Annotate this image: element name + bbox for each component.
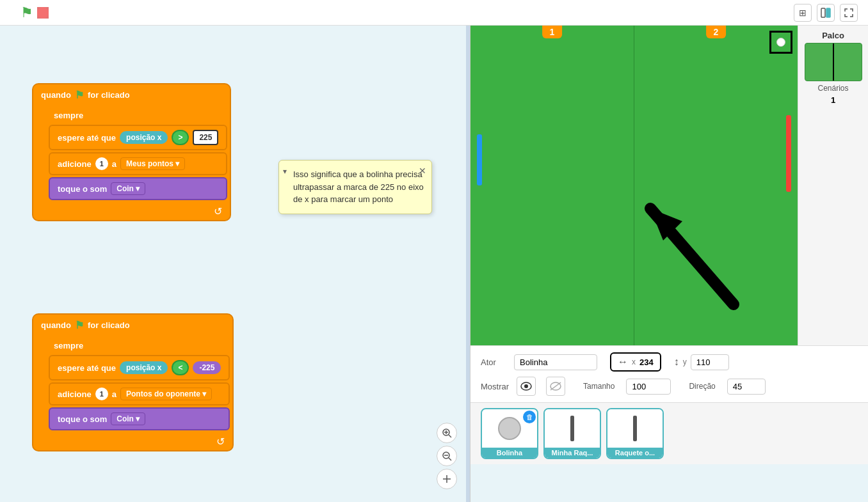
loop-arrow-1: ↺ [214, 205, 222, 217]
flag-clicked-label-1: for clicado [88, 90, 130, 100]
y-arrows-icon: ↕ [674, 356, 679, 368]
stage-right-panel: Palco Cenários 1 [798, 26, 868, 345]
loop-footer-1: ↺ [32, 203, 231, 221]
sprite-name-raquete2: Raquete o... [607, 448, 663, 458]
stage-panel-2: 2 [634, 26, 798, 345]
dropdown-arrow-1: ▾ [175, 159, 179, 168]
blue-paddle [477, 134, 482, 185]
zoom-reset-btn[interactable] [437, 469, 457, 489]
tooltip-close-btn[interactable]: ✕ [419, 164, 426, 178]
zoom-in-btn[interactable] [437, 423, 457, 443]
when-label-2: quando [41, 320, 71, 330]
svg-line-7 [449, 458, 451, 460]
add-block-1[interactable]: adicione 1 a Meus pontos ▾ [49, 152, 227, 175]
tooltip-arrow-icon: ▾ [283, 166, 287, 177]
sprite-thumb-raquete1 [545, 409, 600, 448]
add-block-2[interactable]: adicione 1 a Pontos do oponente ▾ [49, 382, 230, 405]
stage-right-title: Palco [822, 31, 844, 40]
pos-x-pill-2[interactable]: posição x [120, 361, 168, 374]
size-input[interactable] [626, 379, 671, 395]
sprite-info: Ator ↔ x 234 ↕ y Mostrar [470, 345, 868, 402]
scenarios-label: Cenários [817, 84, 848, 93]
dropdown-arrow-2: ▾ [202, 389, 206, 398]
wait-label-1: espere até que [58, 133, 116, 143]
svg-rect-1 [826, 8, 830, 17]
stage-mini[interactable] [805, 43, 862, 81]
sound-dropdown-2[interactable]: Coin ▾ [111, 412, 145, 425]
ball-box [769, 31, 792, 54]
value-block-1[interactable]: 225 [193, 130, 218, 145]
var-dropdown-2[interactable]: Pontos do oponente ▾ [120, 388, 212, 400]
svg-rect-0 [821, 8, 825, 17]
sound-arrow-2: ▾ [136, 414, 140, 423]
direction-input[interactable] [727, 379, 766, 395]
value-block-2[interactable]: -225 [193, 361, 221, 374]
play-sound-block-1[interactable]: toque o som Coin ▾ [49, 177, 227, 200]
stage-panel-1: 1 [470, 26, 634, 345]
sprite-item-raquete2[interactable]: Raquete o... [606, 408, 664, 459]
pos-x-pill-1[interactable]: posição x [120, 131, 168, 144]
operator-block-2[interactable]: < [172, 360, 189, 375]
sprite-delete-btn[interactable]: 🗑 [523, 411, 536, 423]
split-icon-btn[interactable] [817, 4, 835, 22]
tooltip-bubble: ✕ ▾ Isso significa que a bolinha precisa… [278, 160, 432, 214]
expand-icon-btn[interactable] [840, 4, 858, 22]
stop-btn[interactable] [37, 7, 49, 19]
arrow-svg [634, 189, 759, 320]
tooltip-text: Isso significa que a bolinha precisa ult… [293, 168, 424, 206]
wait-until-block-2[interactable]: espere até que posição x < -225 [49, 355, 230, 380]
loop-block-1[interactable]: sempre espere até que posição x > 225 ad… [32, 106, 231, 203]
ball-in-box [776, 38, 785, 47]
when-flag-block-2[interactable]: quando ⚑ for clicado [32, 313, 234, 336]
actor-name-input[interactable] [514, 354, 597, 370]
sound-dropdown-1[interactable]: Coin ▾ [111, 182, 145, 195]
main-area: quando ⚑ for clicado sempre espere até q… [0, 26, 868, 502]
y-coord-label: y [683, 357, 687, 366]
sprite-name-bolinha: Bolinha [482, 448, 537, 458]
scenarios-count: 1 [831, 95, 835, 105]
x-coord-value: 234 [639, 357, 654, 367]
stage-number-2: 2 [706, 26, 727, 38]
size-label: Tamanho [583, 382, 615, 391]
sprite-row-2: Mostrar Tamanho Direção [481, 377, 858, 396]
raquete2-thumb [633, 416, 637, 441]
when-flag-block-1[interactable]: quando ⚑ for clicado [32, 83, 231, 106]
raquete1-thumb [570, 416, 574, 441]
show-btn[interactable] [517, 377, 536, 396]
scroll-divider[interactable] [466, 26, 470, 502]
y-coord-box[interactable]: ↕ y [674, 354, 729, 370]
sprite-name-raquete1: Minha Raq... [545, 448, 600, 458]
actor-label: Ator [481, 357, 506, 367]
bolinha-thumb [498, 417, 521, 440]
stage-number-1: 1 [542, 26, 563, 38]
add-num-2: 1 [95, 388, 108, 400]
sprite-list: 🗑 Bolinha Minha Raq... Raquete o... [470, 402, 868, 464]
sprite-item-bolinha[interactable]: 🗑 Bolinha [481, 408, 538, 459]
stage-container: 1 2 [470, 26, 868, 345]
flag-icon-1: ⚑ [75, 89, 84, 101]
loop-arrow-2: ↺ [216, 435, 225, 448]
zoom-controls [437, 423, 457, 489]
svg-point-14 [524, 384, 528, 388]
wait-label-2: espere até que [58, 363, 116, 373]
y-coord-input[interactable] [691, 354, 729, 370]
play-sound-block-2[interactable]: toque o som Coin ▾ [49, 407, 230, 430]
loop-block-2[interactable]: sempre espere até que posição x < -225 a… [32, 336, 234, 433]
hide-btn[interactable] [546, 377, 565, 396]
show-label: Mostrar [481, 382, 509, 391]
zoom-out-btn[interactable] [437, 446, 457, 466]
add-num-1: 1 [95, 157, 108, 170]
stage-mini-line [833, 43, 834, 81]
layout-icon-btn[interactable]: ⊞ [794, 4, 812, 22]
wait-until-block-1[interactable]: espere até que posição x > 225 [49, 125, 227, 150]
right-area: 1 2 [470, 26, 868, 502]
sprite-item-raquete1[interactable]: Minha Raq... [543, 408, 601, 459]
x-coord-box[interactable]: ↔ x 234 [610, 352, 661, 372]
top-bar: ⚑ ⊞ [0, 0, 868, 26]
sprite-row-1: Ator ↔ x 234 ↕ y [481, 352, 858, 372]
direction-label: Direção [689, 382, 715, 391]
always-label-2: sempre [49, 338, 230, 353]
green-flag-btn[interactable]: ⚑ [20, 4, 33, 21]
var-dropdown-1[interactable]: Meus pontos ▾ [120, 157, 185, 170]
operator-block-1[interactable]: > [172, 130, 189, 145]
